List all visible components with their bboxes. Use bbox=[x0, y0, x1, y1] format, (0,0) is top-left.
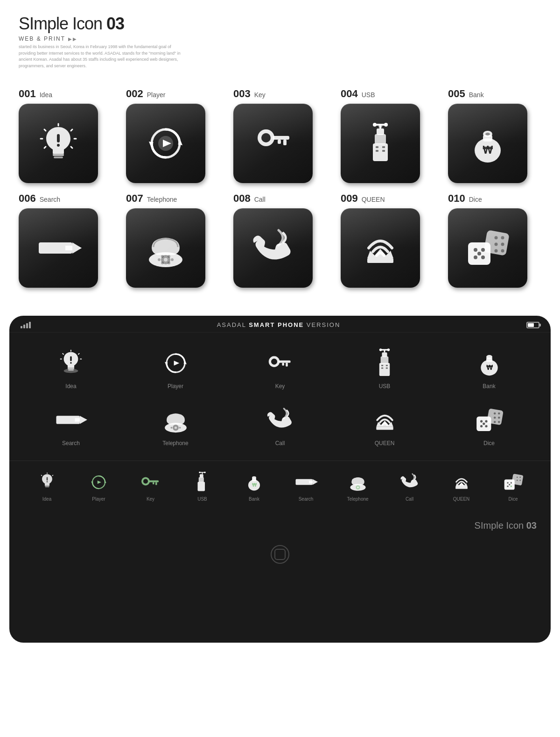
icon-label-bank: 005 Bank bbox=[448, 88, 484, 100]
phone-small-key-img bbox=[139, 470, 162, 494]
svg-point-59 bbox=[474, 248, 477, 252]
phone-small-bank: ₩ Bank bbox=[231, 470, 278, 502]
svg-point-159 bbox=[509, 484, 510, 485]
svg-point-16 bbox=[258, 129, 274, 146]
icon-name-dice: Dice bbox=[469, 196, 482, 203]
phone-small-idea: Idea bbox=[23, 470, 70, 502]
icon-box-player bbox=[126, 104, 205, 183]
icon-label-search: 006 Search bbox=[19, 192, 60, 205]
svg-rect-30 bbox=[382, 146, 385, 148]
phone-small-bank-label: Bank bbox=[249, 496, 259, 502]
phone-dice-icon bbox=[474, 405, 504, 435]
phone-small-usb-label: USB bbox=[197, 496, 207, 502]
svg-rect-32 bbox=[382, 150, 385, 152]
icon-label-key: 003 Key bbox=[233, 88, 266, 100]
svg-marker-128 bbox=[98, 480, 101, 483]
svg-rect-104 bbox=[376, 426, 393, 430]
home-button-inner bbox=[274, 549, 286, 560]
icon-num-003: 003 bbox=[233, 88, 251, 100]
phone-dice-img bbox=[473, 404, 505, 436]
svg-text:₩: ₩ bbox=[486, 363, 493, 371]
svg-point-108 bbox=[493, 417, 496, 419]
subtitle-arrows: ▶▶ bbox=[68, 36, 77, 42]
icon-name-queen: QUEEN bbox=[362, 196, 385, 203]
phone-small-player-label: Player bbox=[92, 496, 105, 502]
svg-point-107 bbox=[498, 412, 500, 414]
phone-icon-queen: QUEEN bbox=[337, 404, 432, 446]
phone-small-idea-label: Idea bbox=[42, 496, 51, 502]
svg-point-117 bbox=[485, 425, 487, 427]
svg-point-158 bbox=[510, 482, 511, 483]
icon-item-usb: 004 USB bbox=[341, 88, 434, 183]
svg-rect-28 bbox=[378, 125, 382, 128]
icon-name-usb: USB bbox=[362, 91, 375, 99]
phone-small-telephone-icon bbox=[347, 471, 369, 493]
icon-item-telephone: 007 Telephone bbox=[126, 192, 219, 288]
icon-name-telephone: Telephone bbox=[147, 196, 177, 203]
phone-small-queen-icon bbox=[451, 471, 472, 493]
icon-label-call: 008 Call bbox=[233, 192, 266, 205]
svg-rect-50 bbox=[367, 258, 393, 263]
phone-title: ASADAL SMART PHONE VERSION bbox=[217, 321, 341, 328]
icon-num-005: 005 bbox=[448, 88, 465, 100]
home-button[interactable] bbox=[271, 545, 289, 564]
icon-name-bank: Bank bbox=[469, 91, 484, 99]
svg-point-46 bbox=[161, 255, 164, 258]
phone-bottom bbox=[9, 540, 551, 573]
phone-small-call: Call bbox=[386, 470, 433, 502]
svg-rect-91 bbox=[381, 368, 383, 369]
icon-num-010: 010 bbox=[448, 192, 465, 205]
phone-idea-img bbox=[55, 347, 87, 379]
phone-small-player: Player bbox=[75, 470, 122, 502]
svg-line-10 bbox=[71, 147, 72, 148]
phone-icon-usb: USB bbox=[337, 347, 432, 390]
svg-rect-2 bbox=[57, 134, 60, 142]
phone-small-key-icon bbox=[139, 473, 162, 491]
svg-point-116 bbox=[480, 425, 483, 427]
phone-usb-img bbox=[368, 347, 401, 379]
icon-box-queen bbox=[341, 208, 420, 288]
svg-point-67 bbox=[70, 362, 72, 364]
phone-small-player-icon bbox=[88, 472, 109, 493]
icon-name-player: Player bbox=[147, 91, 166, 99]
svg-point-106 bbox=[493, 412, 496, 414]
icon-box-key bbox=[233, 104, 313, 183]
svg-point-55 bbox=[501, 243, 504, 246]
phone-small-telephone-label: Telephone bbox=[347, 496, 368, 502]
phone-player-icon bbox=[161, 348, 191, 378]
icon-num-002: 002 bbox=[126, 88, 143, 100]
icon-label-usb: 004 USB bbox=[341, 88, 375, 100]
svg-rect-89 bbox=[381, 365, 383, 366]
icon-box-bank: ₩ bbox=[448, 104, 527, 183]
icon-label-dice: 010 Dice bbox=[448, 192, 482, 205]
svg-point-78 bbox=[271, 358, 277, 364]
phone-key-icon bbox=[265, 350, 295, 376]
icon-label-telephone: 007 Telephone bbox=[126, 192, 177, 205]
phone-player-img bbox=[159, 347, 192, 379]
battery-fill bbox=[528, 323, 534, 327]
phone-icon-row-1: Idea Player bbox=[9, 333, 551, 399]
svg-rect-92 bbox=[386, 368, 388, 369]
phone-idea-label: Idea bbox=[65, 383, 76, 390]
icon-label-player: 002 Player bbox=[126, 88, 165, 100]
svg-point-102 bbox=[170, 426, 172, 428]
svg-point-63 bbox=[481, 255, 485, 259]
phone-small-search: Search bbox=[282, 470, 329, 502]
svg-rect-82 bbox=[379, 363, 390, 376]
svg-point-57 bbox=[501, 249, 504, 253]
svg-point-109 bbox=[498, 417, 500, 419]
svg-point-43 bbox=[164, 258, 168, 262]
phone-icon-telephone: Telephone bbox=[128, 404, 223, 446]
svg-point-17 bbox=[261, 133, 271, 142]
svg-rect-29 bbox=[376, 146, 378, 148]
svg-point-101 bbox=[174, 426, 176, 429]
svg-point-95 bbox=[486, 354, 492, 359]
phone-call-img bbox=[264, 404, 296, 436]
svg-point-3 bbox=[57, 144, 60, 147]
svg-point-154 bbox=[516, 480, 518, 481]
top-section: SImple Icon 03 WEB & PRINT ▶▶ started it… bbox=[0, 0, 560, 316]
page-title: SImple Icon 03 bbox=[19, 14, 541, 34]
svg-point-153 bbox=[519, 477, 521, 478]
svg-rect-136 bbox=[200, 474, 203, 477]
svg-point-88 bbox=[387, 348, 390, 351]
